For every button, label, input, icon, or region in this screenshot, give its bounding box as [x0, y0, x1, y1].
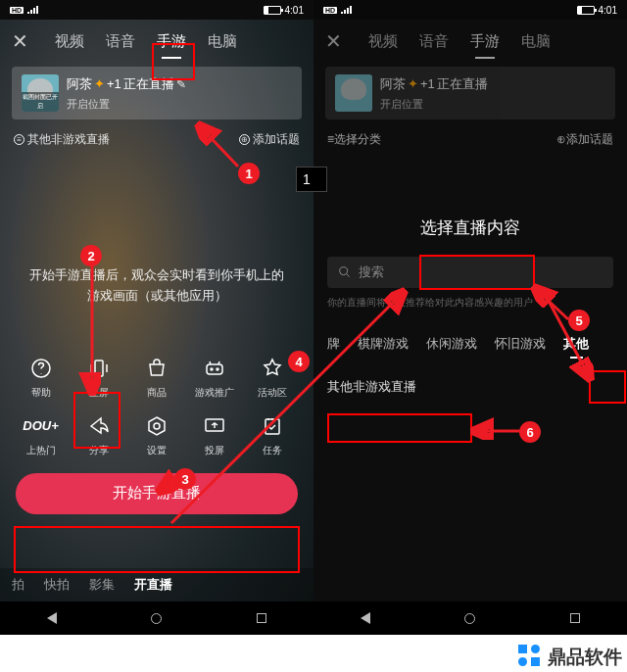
badge-2: 2: [80, 245, 102, 266]
svg-rect-2: [207, 364, 222, 374]
topic-button[interactable]: ⊕添加话题: [556, 131, 613, 148]
avatar[interactable]: [335, 74, 372, 112]
tab-game[interactable]: 手游: [155, 28, 188, 55]
battery-icon: [577, 6, 595, 15]
search-input[interactable]: 搜索: [327, 257, 613, 288]
top-tab-bar: ✕ 视频 语音 手游 电脑: [314, 20, 627, 63]
nav-recent[interactable]: [257, 613, 266, 623]
svg-point-4: [217, 368, 218, 370]
help-button[interactable]: 帮助: [17, 356, 66, 400]
task-button[interactable]: 任务: [248, 413, 297, 457]
search-icon: [337, 264, 353, 280]
android-nav: [0, 601, 314, 635]
phone-left: HD 4:01 ✕ 视频 语音 手游 电脑 阿茶✦+1正在直播 ✎: [0, 0, 314, 635]
status-bar: HD 4:01: [0, 0, 314, 20]
svg-point-5: [154, 423, 160, 429]
stream-info-card[interactable]: 阿茶✦+1正在直播 ✎ 开启位置: [12, 67, 302, 120]
tab-game[interactable]: 手游: [468, 28, 502, 55]
bottom-tab-bar: 拍 快拍 影集 开直播: [0, 568, 314, 601]
step-overlay: 1: [296, 167, 327, 192]
stream-title[interactable]: 阿茶✦+1正在直播 ✎: [67, 75, 292, 93]
sheet-title: 选择直播内容: [314, 216, 627, 239]
search-hint: 你的直播间将会被推荐给对此内容感兴趣的用户: [327, 296, 613, 310]
tab-pc[interactable]: 电脑: [519, 28, 553, 55]
share-button[interactable]: 分享: [74, 413, 123, 457]
hint-text: 开始手游直播后，观众会实时看到你手机上的游戏画面（或其他应用）: [0, 265, 314, 307]
cat-other[interactable]: 其他: [563, 335, 589, 359]
battery-icon: [264, 6, 281, 15]
tab-kuai[interactable]: 快拍: [44, 576, 70, 594]
tab-video[interactable]: 视频: [53, 28, 86, 55]
signal-icon: [27, 6, 38, 14]
icon-row-1: 帮助 竖屏 商品 游戏推广 活动区: [0, 356, 314, 400]
badge-6: 6: [519, 421, 541, 443]
cast-button[interactable]: 投屏: [190, 413, 239, 457]
svg-point-3: [211, 368, 213, 370]
cat-retro[interactable]: 怀旧游戏: [495, 335, 546, 359]
nav-back[interactable]: [361, 612, 370, 624]
start-streaming-button[interactable]: 开始手游直播: [16, 473, 298, 514]
signal-icon: [341, 6, 352, 14]
portrait-button[interactable]: 竖屏: [74, 356, 123, 400]
shop-button[interactable]: 商品: [132, 356, 181, 400]
badge-3: 3: [174, 468, 196, 490]
tab-movie[interactable]: 影集: [89, 576, 115, 594]
dou-button[interactable]: DOU+上热门: [17, 413, 66, 457]
top-tab-bar: ✕ 视频 语音 手游 电脑: [0, 20, 314, 63]
status-time: 4:01: [285, 5, 304, 16]
nav-home[interactable]: [464, 613, 475, 624]
topic-button[interactable]: ⊕添加话题: [239, 131, 300, 148]
select-category[interactable]: ≡选择分类: [327, 131, 381, 148]
status-bar: HD 4:01: [314, 0, 627, 20]
category-tabs: 牌 棋牌游戏 休闲游戏 怀旧游戏 其他: [327, 335, 627, 359]
tab-voice[interactable]: 语音: [104, 28, 137, 55]
tab-live[interactable]: 开直播: [134, 576, 172, 594]
cat-casual[interactable]: 休闲游戏: [426, 335, 477, 359]
avatar[interactable]: [22, 74, 59, 112]
hd-badge: HD: [323, 7, 337, 14]
category-item[interactable]: 其他非游戏直播: [327, 378, 613, 396]
recommend-button[interactable]: 游戏推广: [190, 356, 239, 400]
stream-info-card[interactable]: 阿茶✦+1正在直播 开启位置: [325, 67, 615, 120]
svg-rect-1: [95, 360, 103, 376]
svg-point-8: [340, 267, 348, 275]
edit-icon[interactable]: ✎: [176, 77, 186, 91]
badge-5: 5: [568, 310, 590, 331]
close-button[interactable]: ✕: [325, 29, 349, 53]
settings-button[interactable]: 设置: [132, 413, 181, 457]
status-time: 4:01: [599, 5, 617, 16]
watermark: 鼎品软件: [518, 645, 622, 670]
tab-video[interactable]: 视频: [366, 28, 400, 55]
nav-home[interactable]: [151, 613, 162, 624]
close-button[interactable]: ✕: [12, 29, 35, 53]
tab-pai[interactable]: 拍: [12, 576, 24, 594]
svg-rect-7: [265, 419, 279, 434]
category-button[interactable]: ≡其他非游戏直播: [14, 131, 110, 148]
location-button[interactable]: 开启位置: [67, 97, 292, 112]
tab-voice[interactable]: 语音: [417, 28, 451, 55]
cat-chess[interactable]: 棋牌游戏: [358, 335, 409, 359]
nav-back[interactable]: [47, 612, 57, 624]
hd-badge: HD: [10, 7, 24, 14]
logo-icon: [518, 645, 544, 670]
android-nav: [314, 601, 627, 635]
nav-recent[interactable]: [570, 613, 580, 623]
badge-1: 1: [238, 163, 260, 184]
icon-row-2: DOU+上热门 分享 设置 投屏 任务: [0, 413, 314, 457]
badge-4: 4: [288, 351, 310, 372]
tab-pc[interactable]: 电脑: [206, 28, 239, 55]
